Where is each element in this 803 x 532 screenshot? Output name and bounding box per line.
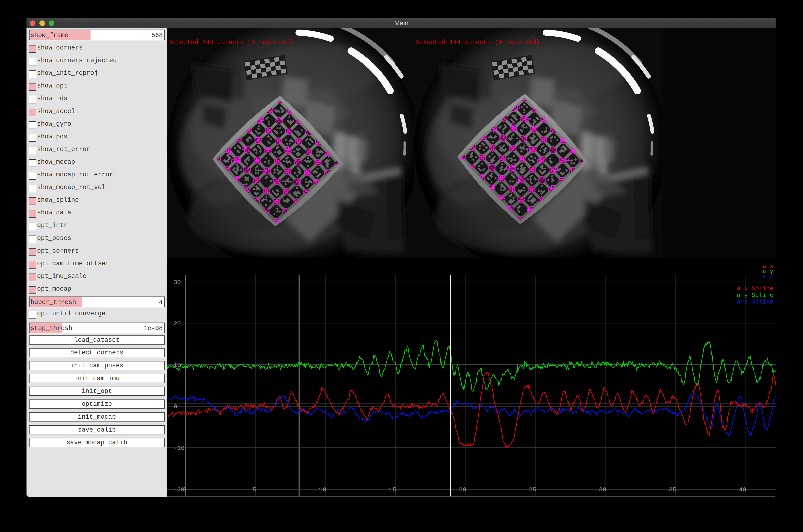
svg-text:a z Spline: a z Spline <box>737 298 773 305</box>
svg-text:0: 0 <box>174 403 177 410</box>
svg-text:a z: a z <box>762 273 773 280</box>
svg-text:0: 0 <box>183 486 186 493</box>
svg-text:-10: -10 <box>174 445 185 452</box>
svg-text:20: 20 <box>459 486 466 493</box>
svg-text:10: 10 <box>319 486 326 493</box>
svg-text:10: 10 <box>174 362 181 369</box>
svg-text:Detected 144 corners (0 reject: Detected 144 corners (0 rejected) <box>168 39 293 46</box>
svg-text:35: 35 <box>669 486 676 493</box>
svg-text:a x Spline: a x Spline <box>737 285 773 292</box>
svg-text:15: 15 <box>389 486 396 493</box>
svg-text:20: 20 <box>174 320 181 327</box>
svg-text:Detected 144 corners (0 reject: Detected 144 corners (0 rejected) <box>415 39 540 46</box>
svg-text:30: 30 <box>599 486 606 493</box>
svg-text:5: 5 <box>253 486 256 493</box>
svg-text:30: 30 <box>174 279 181 286</box>
svg-text:a y Spline: a y Spline <box>737 292 773 299</box>
svg-text:40: 40 <box>739 486 746 493</box>
svg-text:25: 25 <box>529 486 536 493</box>
